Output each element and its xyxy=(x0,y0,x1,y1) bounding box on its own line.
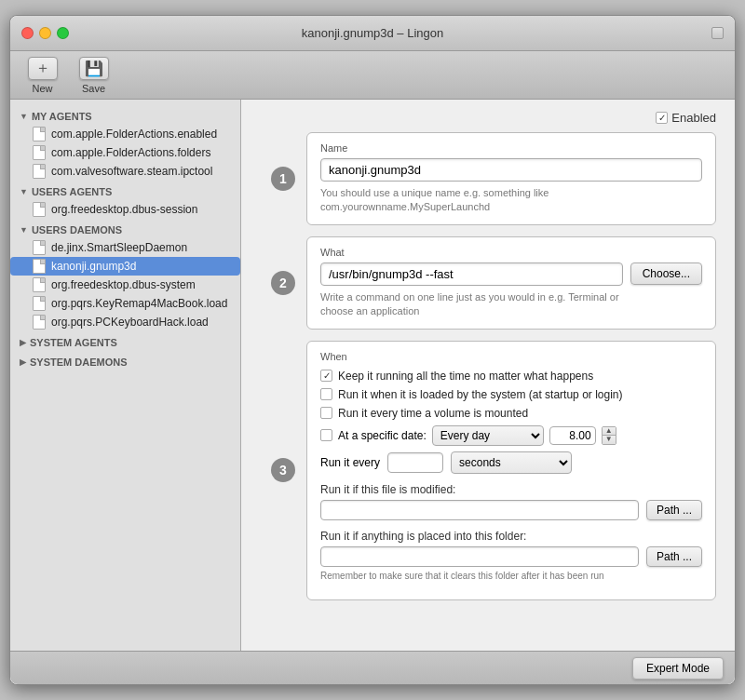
date-row: At a specific date: Every day Every week… xyxy=(320,425,702,446)
file-icon xyxy=(33,277,46,292)
users-daemons-triangle: ▼ xyxy=(20,225,28,235)
new-button[interactable]: ＋ New xyxy=(21,57,63,94)
sidebar-item-label: org.freedesktop.dbus-session xyxy=(51,203,197,216)
what-row: Choose... xyxy=(320,262,702,286)
date-label: At a specific date: xyxy=(338,429,427,442)
when-section: When ✓ Keep it running all the time no m… xyxy=(306,341,716,600)
file-modified-row: Run it if this file is modified: Path ..… xyxy=(320,483,702,520)
new-label: New xyxy=(32,83,52,94)
time-stepper: ▲ ▼ xyxy=(602,426,616,445)
path1-button[interactable]: Path ... xyxy=(646,500,702,520)
what-section-wrapper: 2 What Choose... Write a command on one … xyxy=(306,236,716,330)
run-every-label: Run it every xyxy=(320,456,380,469)
folder-input-group: Path ... xyxy=(320,546,702,567)
close-button[interactable] xyxy=(21,27,34,39)
sidebar-item-label: org.pqrs.KeyRemap4MacBook.load xyxy=(51,297,227,310)
new-icon: ＋ xyxy=(28,57,58,80)
run-on-mount-label: Run it every time a volume is mounted xyxy=(338,407,528,420)
name-label: Name xyxy=(320,142,702,154)
sidebar-item-folderactions-enabled[interactable]: com.apple.FolderActions.enabled xyxy=(10,125,240,143)
what-section: What Choose... Write a command on one li… xyxy=(306,236,716,330)
name-section: Name You should use a unique name e.g. s… xyxy=(306,132,716,225)
enabled-label[interactable]: ✓ Enabled xyxy=(656,111,716,125)
bottom-bar: Expert Mode xyxy=(10,651,735,684)
sidebar-item-kanonji-gnump3d[interactable]: kanonji.gnump3d xyxy=(10,257,240,276)
run-at-startup-checkbox[interactable] xyxy=(320,388,332,400)
file-icon xyxy=(33,164,46,179)
users-agents-triangle: ▼ xyxy=(20,187,28,196)
path2-button[interactable]: Path ... xyxy=(646,546,702,567)
right-panel: ✓ Enabled 1 Name You should use a unique… xyxy=(241,100,735,651)
when-checkbox2-row: Run it when it is loaded by the system (… xyxy=(320,388,702,401)
my-agents-header: ▼ MY AGENTS xyxy=(10,105,240,125)
users-agents-header: ▼ USERS AGENTS xyxy=(10,181,240,200)
sidebar: ▼ MY AGENTS com.apple.FolderActions.enab… xyxy=(10,100,241,651)
file-icon xyxy=(33,127,46,141)
what-input[interactable] xyxy=(320,262,623,286)
folder-input[interactable] xyxy=(320,546,639,567)
sidebar-item-pckeyboardhack[interactable]: org.pqrs.PCKeyboardHack.load xyxy=(10,313,240,331)
run-on-mount-checkbox[interactable] xyxy=(320,407,332,419)
toolbar: ＋ New 💾 Save xyxy=(10,51,735,100)
time-stepper-down[interactable]: ▼ xyxy=(603,436,616,444)
main-content: ▼ MY AGENTS com.apple.FolderActions.enab… xyxy=(10,100,735,651)
file-icon xyxy=(33,202,46,217)
file-icon xyxy=(33,145,46,160)
what-hint: Write a command on one line just as you … xyxy=(320,290,702,319)
when-section-wrapper: 3 When ✓ Keep it running all the time no… xyxy=(306,341,716,600)
sidebar-item-smartsleepdaemon[interactable]: de.jinx.SmartSleepDaemon xyxy=(10,238,240,257)
sidebar-item-dbus-session[interactable]: org.freedesktop.dbus-session xyxy=(10,200,240,219)
what-label: What xyxy=(320,247,702,258)
name-input[interactable] xyxy=(320,158,702,182)
users-daemons-header: ▼ USERS DAEMONS xyxy=(10,219,240,238)
enabled-checkbox[interactable]: ✓ xyxy=(656,112,668,124)
run-at-startup-label: Run it when it is loaded by the system (… xyxy=(338,388,622,401)
name-hint: You should use a unique name e.g. someth… xyxy=(320,186,702,215)
name-section-wrapper: 1 Name You should use a unique name e.g.… xyxy=(306,132,716,225)
step-1-number: 1 xyxy=(271,167,295,191)
sidebar-item-label: com.apple.FolderActions.enabled xyxy=(51,128,217,141)
date-select[interactable]: Every day Every week Every month xyxy=(432,425,544,446)
file-icon xyxy=(33,259,46,274)
time-input[interactable] xyxy=(549,426,596,445)
sidebar-item-label: de.jinx.SmartSleepDaemon xyxy=(51,241,187,254)
save-button[interactable]: 💾 Save xyxy=(73,57,115,94)
file-icon xyxy=(33,315,46,330)
sidebar-item-dbus-system[interactable]: org.freedesktop.dbus-system xyxy=(10,276,240,294)
date-checkbox[interactable] xyxy=(320,429,332,441)
save-icon: 💾 xyxy=(79,57,109,80)
seconds-select[interactable]: seconds minutes hours days xyxy=(451,451,572,474)
file-modified-label: Run it if this file is modified: xyxy=(320,483,702,496)
file-modified-input[interactable] xyxy=(320,500,639,520)
traffic-lights xyxy=(21,27,69,39)
choose-button[interactable]: Choose... xyxy=(630,262,702,285)
run-every-row: Run it every seconds minutes hours days xyxy=(320,451,702,474)
app-window: kanonji.gnump3d – Lingon ＋ New 💾 Save ▼ … xyxy=(9,15,736,685)
step-3-number: 3 xyxy=(271,458,295,482)
file-icon xyxy=(33,296,46,311)
file-icon xyxy=(33,240,46,255)
run-every-input[interactable] xyxy=(387,452,443,473)
sidebar-item-label: org.pqrs.PCKeyboardHack.load xyxy=(51,316,209,329)
sidebar-item-valve-steam[interactable]: com.valvesoftware.steam.ipctool xyxy=(10,162,240,181)
system-agents-header: ▶ SYSTEM AGENTS xyxy=(10,331,240,351)
titlebar: kanonji.gnump3d – Lingon xyxy=(10,16,735,51)
sidebar-item-label: com.valvesoftware.steam.ipctool xyxy=(51,165,212,178)
keep-running-checkbox[interactable]: ✓ xyxy=(320,370,332,382)
sidebar-item-keyremap[interactable]: org.pqrs.KeyRemap4MacBook.load xyxy=(10,294,240,313)
sidebar-item-label: com.apple.FolderActions.folders xyxy=(51,146,210,159)
folder-label: Run it if anything is placed into this f… xyxy=(320,530,702,543)
remember-hint: Remember to make sure that it clears thi… xyxy=(320,571,702,581)
save-label: Save xyxy=(82,83,105,94)
sidebar-item-label: kanonji.gnump3d xyxy=(51,260,136,273)
maximize-button[interactable] xyxy=(57,27,69,39)
when-label: When xyxy=(320,351,702,362)
system-daemons-triangle: ▶ xyxy=(20,357,26,367)
minimize-button[interactable] xyxy=(39,27,51,39)
folder-row: Run it if anything is placed into this f… xyxy=(320,530,702,581)
sidebar-item-label: org.freedesktop.dbus-system xyxy=(51,278,196,291)
expert-mode-button[interactable]: Expert Mode xyxy=(632,657,724,680)
sidebar-item-folderactions-folders[interactable]: com.apple.FolderActions.folders xyxy=(10,143,240,162)
file-modified-input-group: Path ... xyxy=(320,500,702,520)
resize-handle[interactable] xyxy=(711,27,724,39)
